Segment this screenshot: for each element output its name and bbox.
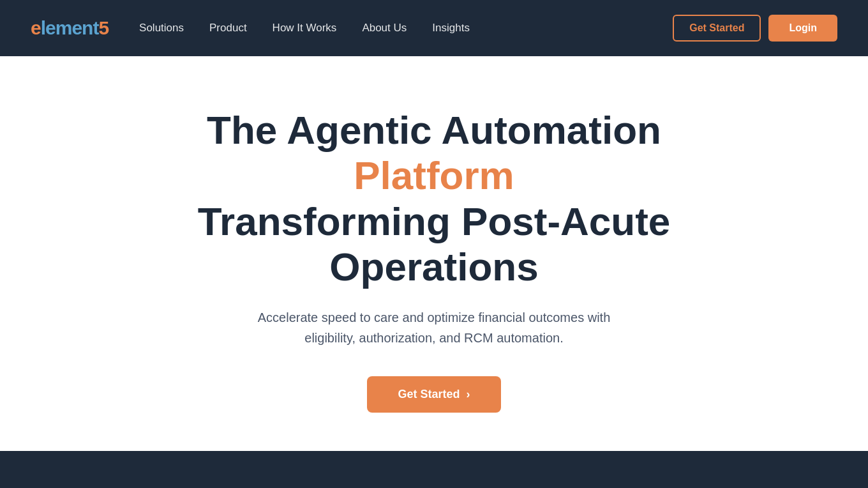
hero-section: The Agentic Automation Platform Transfor…: [0, 56, 868, 451]
navbar-left: element5 Solutions Product How It Works …: [31, 17, 470, 39]
nav-link-about-us[interactable]: About Us: [362, 22, 407, 34]
hero-subtitle: Accelerate speed to care and optimize fi…: [243, 307, 625, 348]
nav-link-how-it-works[interactable]: How It Works: [273, 22, 337, 34]
trusted-section: Trusted Post Acute Workflow Automation P…: [0, 451, 868, 488]
login-button[interactable]: Login: [768, 15, 837, 42]
get-started-button-nav[interactable]: Get Started: [673, 15, 761, 42]
nav-links: Solutions Product How It Works About Us …: [139, 22, 470, 34]
nav-item-about-us[interactable]: About Us: [362, 22, 407, 34]
logo[interactable]: element5: [31, 17, 108, 39]
nav-item-how-it-works[interactable]: How It Works: [273, 22, 337, 34]
logo-text: element5: [31, 17, 108, 39]
get-started-hero-label: Get Started: [398, 388, 460, 401]
hero-title-part2: Transforming Post-Acute Operations: [198, 199, 671, 289]
nav-item-solutions[interactable]: Solutions: [139, 22, 184, 34]
logo-5: 5: [98, 17, 108, 38]
nav-link-solutions[interactable]: Solutions: [139, 22, 184, 34]
navbar-right: Get Started Login: [673, 15, 837, 42]
nav-link-product[interactable]: Product: [209, 22, 247, 34]
nav-item-insights[interactable]: Insights: [432, 22, 470, 34]
nav-item-product[interactable]: Product: [209, 22, 247, 34]
get-started-button-hero[interactable]: Get Started ›: [367, 376, 500, 413]
hero-title-part1: The Agentic Automation: [207, 108, 661, 152]
nav-link-insights[interactable]: Insights: [432, 22, 470, 34]
navbar: element5 Solutions Product How It Works …: [0, 0, 868, 56]
hero-title-highlight: Platform: [354, 153, 514, 197]
logo-lement: lement: [41, 17, 99, 38]
logo-e: e: [31, 17, 41, 38]
hero-title: The Agentic Automation Platform Transfor…: [147, 107, 721, 289]
chevron-right-icon: ›: [467, 388, 470, 401]
